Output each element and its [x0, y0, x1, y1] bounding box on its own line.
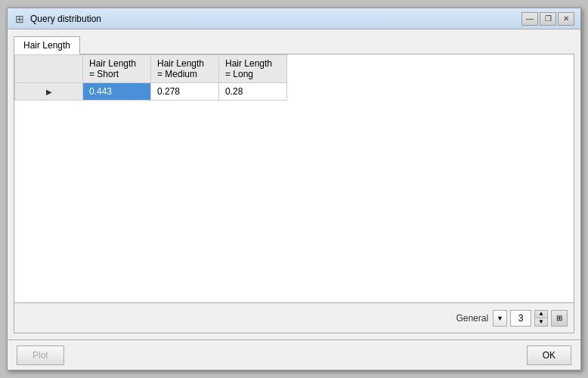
tab-bar: Hair Length — [14, 36, 574, 54]
column-header-long: Hair Length= Long — [219, 55, 287, 83]
tab-hair-length[interactable]: Hair Length — [14, 36, 80, 54]
cell-long[interactable]: 0.28 — [219, 83, 287, 101]
main-window: ⊞ Query distribution — ❐ ✕ Hair Length — [7, 8, 581, 370]
format-icon: ⊞ — [556, 314, 562, 322]
window-icon: ⊞ — [14, 13, 26, 25]
row-indicator: ▶ — [15, 83, 83, 101]
cell-medium[interactable]: 0.278 — [151, 83, 219, 101]
plot-button[interactable]: Plot — [17, 345, 64, 365]
spinner-down[interactable]: ▼ — [535, 318, 547, 326]
distribution-table: Hair Length= Short Hair Length= Medium H… — [14, 54, 287, 101]
content-area: Hair Length= Short Hair Length= Medium H… — [14, 54, 574, 333]
header-indicator — [15, 55, 83, 83]
title-bar: ⊞ Query distribution — ❐ ✕ — [8, 8, 580, 29]
number-input[interactable]: 3 — [510, 310, 531, 327]
spinner-up[interactable]: ▲ — [535, 311, 547, 318]
table-container: Hair Length= Short Hair Length= Medium H… — [14, 54, 574, 302]
column-header-medium: Hair Length= Medium — [151, 55, 219, 83]
format-dropdown[interactable]: ▼ — [493, 310, 507, 327]
dropdown-arrow: ▼ — [497, 314, 503, 322]
footer-bar: Plot OK — [8, 339, 580, 370]
close-button[interactable]: ✕ — [558, 12, 574, 26]
title-bar-buttons: — ❐ ✕ — [521, 12, 574, 26]
format-bar: General ▼ 3 ▲ ▼ ⊞ — [14, 302, 574, 333]
restore-button[interactable]: ❐ — [540, 12, 556, 26]
format-label: General — [456, 313, 488, 324]
minimize-button[interactable]: — — [521, 12, 538, 26]
format-icon-button[interactable]: ⊞ — [551, 310, 568, 327]
column-header-short: Hair Length= Short — [83, 55, 151, 83]
ok-button[interactable]: OK — [527, 345, 571, 365]
spinner-control: ▲ ▼ — [534, 310, 548, 327]
window-title: Query distribution — [30, 14, 521, 24]
table-row[interactable]: ▶ 0.443 0.278 0.28 — [15, 83, 287, 101]
cell-short[interactable]: 0.443 — [83, 83, 151, 101]
window-body: Hair Length Hair Length= Short Hair Leng… — [8, 29, 580, 339]
